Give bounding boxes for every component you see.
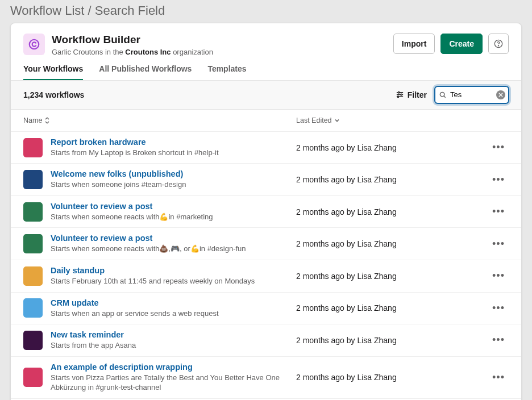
workflow-title-link[interactable]: New task reminder bbox=[51, 330, 296, 339]
workflow-rows: Report broken hardwareStarts from My Lap… bbox=[11, 132, 521, 399]
workflow-title-link[interactable]: An example of description wrapping bbox=[51, 363, 296, 372]
svg-line-10 bbox=[444, 96, 446, 98]
workflow-row: CRM updateStarts when an app or service … bbox=[11, 293, 521, 325]
workflow-thumbnail bbox=[23, 331, 43, 350]
workflow-title-link[interactable]: Welcome new folks (unpublished) bbox=[51, 169, 296, 178]
workflow-title-link[interactable]: Daily standup bbox=[51, 266, 296, 275]
svg-point-2 bbox=[498, 45, 498, 46]
workflow-description: Starts when someone reacts with 💪 in #ma… bbox=[51, 212, 296, 222]
workflow-description: Starts when someone joins #team-design bbox=[51, 180, 296, 190]
panel-header: Workflow Builder Garlic Croutons in the … bbox=[11, 23, 521, 56]
workflow-description: Starts von Pizza Parties are Totally the… bbox=[51, 373, 296, 393]
row-actions-menu[interactable]: ••• bbox=[488, 141, 509, 153]
workflow-title-link[interactable]: Volunteer to review a post bbox=[51, 234, 296, 243]
page-context-label: Workflow List / Search Field bbox=[0, 0, 532, 23]
page-subtitle: Garlic Croutons in the Croutons Inc orga… bbox=[52, 48, 393, 56]
svg-point-0 bbox=[30, 40, 39, 49]
workflow-thumbnail bbox=[23, 368, 43, 387]
workflow-builder-panel: Workflow Builder Garlic Croutons in the … bbox=[10, 23, 522, 400]
col-name[interactable]: Name bbox=[23, 116, 296, 124]
workflow-title-link[interactable]: Report broken hardware bbox=[51, 138, 296, 147]
filter-icon bbox=[396, 90, 404, 99]
chevron-down-icon bbox=[334, 118, 340, 123]
help-button[interactable] bbox=[488, 34, 509, 54]
workflow-last-edited: 2 months ago by Lisa Zhang bbox=[296, 175, 488, 184]
search-field bbox=[435, 86, 509, 103]
workflow-description: Starts from My Laptop is Broken shortcut… bbox=[51, 148, 296, 158]
workflow-thumbnail bbox=[23, 170, 43, 189]
workflow-last-edited: 2 months ago by Lisa Zhang bbox=[296, 373, 488, 382]
clear-search-button[interactable] bbox=[496, 90, 505, 99]
workflow-title-link[interactable]: Volunteer to review a post bbox=[51, 202, 296, 211]
close-icon bbox=[498, 93, 503, 97]
workflow-last-edited: 2 months ago by Lisa Zhang bbox=[296, 303, 488, 312]
workflow-row: Volunteer to review a postStarts when so… bbox=[11, 196, 521, 228]
workflow-last-edited: 2 months ago by Lisa Zhang bbox=[296, 143, 488, 152]
search-icon bbox=[439, 91, 447, 99]
workflow-title-link[interactable]: CRM update bbox=[51, 298, 296, 307]
workflow-last-edited: 2 months ago by Lisa Zhang bbox=[296, 336, 488, 345]
sort-icon bbox=[44, 117, 50, 124]
workflow-thumbnail bbox=[23, 298, 43, 318]
svg-point-8 bbox=[397, 96, 399, 98]
workflow-thumbnail bbox=[23, 234, 43, 253]
filter-button[interactable]: Filter bbox=[396, 90, 427, 99]
workflow-description: Starts when someone reacts with 💩, 🎮, or… bbox=[51, 244, 296, 254]
svg-point-4 bbox=[398, 92, 400, 94]
workflow-row: New task reminderStarts from the app Asa… bbox=[11, 324, 521, 357]
row-actions-menu[interactable]: ••• bbox=[488, 238, 509, 250]
row-actions-menu[interactable]: ••• bbox=[488, 174, 509, 186]
row-actions-menu[interactable]: ••• bbox=[488, 270, 509, 282]
help-icon bbox=[494, 39, 503, 48]
tab-templates[interactable]: Templates bbox=[207, 64, 246, 80]
import-button[interactable]: Import bbox=[393, 34, 435, 54]
row-actions-menu[interactable]: ••• bbox=[488, 302, 509, 314]
page-title: Workflow Builder bbox=[52, 34, 393, 47]
workflow-last-edited: 2 months ago by Lisa Zhang bbox=[296, 207, 488, 216]
workflow-description: Starts when an app or service sends a we… bbox=[51, 309, 296, 319]
row-actions-menu[interactable]: ••• bbox=[488, 334, 509, 346]
list-toolbar: 1,234 workflows Filter bbox=[11, 81, 521, 110]
row-actions-menu[interactable]: ••• bbox=[488, 372, 509, 384]
row-actions-menu[interactable]: ••• bbox=[488, 206, 509, 218]
workflow-thumbnail bbox=[23, 266, 43, 286]
workflow-description: Starts February 10th at 11:45 and repeat… bbox=[51, 276, 296, 286]
workflow-description: Starts from the app Asana bbox=[51, 340, 296, 351]
workflow-row: An example of description wrappingStarts… bbox=[11, 357, 521, 399]
workflow-last-edited: 2 months ago by Lisa Zhang bbox=[296, 239, 488, 248]
workflow-last-edited: 2 months ago by Lisa Zhang bbox=[296, 272, 488, 281]
create-button[interactable]: Create bbox=[440, 34, 483, 54]
workflow-row: Volunteer to review a postStarts when so… bbox=[11, 228, 521, 260]
svg-point-6 bbox=[401, 94, 402, 96]
app-logo-icon bbox=[23, 34, 45, 55]
svg-point-9 bbox=[440, 92, 444, 97]
col-last-edited[interactable]: Last Edited bbox=[296, 116, 509, 124]
workflow-thumbnail bbox=[23, 138, 43, 157]
column-headers: Name Last Edited bbox=[11, 110, 521, 132]
tab-all-published[interactable]: All Published Workflows bbox=[99, 64, 192, 80]
tabs: Your Workflows All Published Workflows T… bbox=[11, 56, 521, 81]
workflow-row: Daily standupStarts February 10th at 11:… bbox=[11, 260, 521, 293]
workflow-row: Welcome new folks (unpublished)Starts wh… bbox=[11, 164, 521, 196]
workflow-count: 1,234 workflows bbox=[23, 90, 396, 99]
workflow-thumbnail bbox=[23, 202, 43, 222]
tab-your-workflows[interactable]: Your Workflows bbox=[23, 64, 83, 80]
workflow-row: Report broken hardwareStarts from My Lap… bbox=[11, 132, 521, 164]
